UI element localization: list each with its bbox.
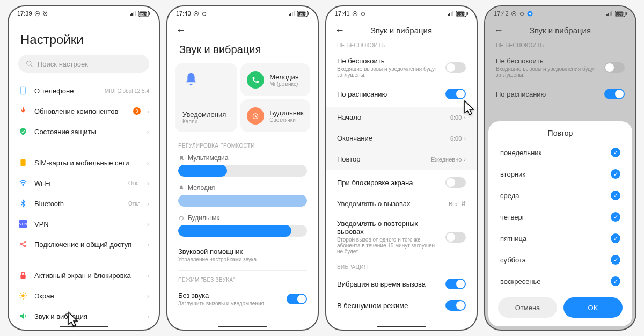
- svg-rect-27: [20, 275, 25, 279]
- chevron-right-icon: ›: [147, 272, 149, 280]
- toggle-dnd[interactable]: [445, 62, 466, 73]
- dnd-icon: [34, 11, 40, 17]
- row-sound[interactable]: Звук и вибрация ›: [9, 306, 159, 326]
- row-display[interactable]: Экран ›: [9, 286, 159, 306]
- row-repeated-calls[interactable]: Уведомлять о повторных вызовах Второй вы…: [326, 214, 477, 260]
- chevron-right-icon: ›: [147, 128, 149, 136]
- battery-icon: 85%: [138, 11, 150, 17]
- svg-line-5: [43, 11, 43, 12]
- toggle-schedule[interactable]: [445, 89, 466, 99]
- cancel-button[interactable]: Отмена: [498, 297, 557, 318]
- home-indicator[interactable]: [218, 326, 267, 327]
- back-button[interactable]: ←: [494, 25, 503, 36]
- svg-line-6: [46, 11, 47, 12]
- row-wifi[interactable]: Wi-Fi Откл ›: [9, 173, 159, 193]
- day-tuesday[interactable]: вторник✓: [488, 163, 632, 185]
- toggle-locked[interactable]: [445, 177, 466, 188]
- svg-point-22: [20, 244, 22, 245]
- svg-rect-69: [610, 12, 611, 16]
- svg-point-51: [180, 216, 184, 220]
- telegram-icon: [527, 11, 533, 17]
- svg-line-26: [21, 245, 24, 246]
- toggle-vib-silent[interactable]: [445, 300, 466, 311]
- row-start[interactable]: Начало 0:00›: [326, 107, 477, 128]
- day-thursday[interactable]: четверг✓: [488, 206, 632, 228]
- row-bluetooth[interactable]: Bluetooth Откл ›: [9, 193, 159, 214]
- sheet-title: Повтор: [488, 129, 632, 137]
- svg-rect-70: [611, 11, 612, 16]
- svg-rect-10: [135, 11, 136, 16]
- screen-dnd-settings: 17:41 85% ← Звук и вибрация НЕ БЕСПОКОИТ…: [325, 5, 478, 331]
- svg-rect-46: [308, 12, 309, 15]
- svg-line-35: [20, 297, 21, 298]
- sim-icon: [18, 158, 28, 167]
- day-sunday[interactable]: воскресенье✓: [488, 271, 632, 292]
- row-vib-call[interactable]: Вибрация во время вызова: [326, 273, 477, 295]
- back-button[interactable]: ←: [176, 25, 186, 36]
- check-icon: ✓: [611, 233, 620, 243]
- svg-rect-55: [448, 14, 449, 16]
- row-share[interactable]: Подключение и общий доступ ›: [9, 234, 159, 254]
- card-alarm[interactable]: Будильник Светлячки: [240, 99, 310, 132]
- page-title: Настройки: [9, 20, 159, 55]
- signal-icon: [130, 11, 136, 16]
- home-indicator[interactable]: [377, 326, 426, 327]
- check-icon: ✓: [611, 191, 620, 200]
- row-vib-silent[interactable]: В бесшумном режиме: [326, 295, 477, 316]
- row-lockscreen[interactable]: Активный экран и блокировка ›: [9, 265, 159, 286]
- svg-rect-56: [449, 13, 450, 16]
- status-time: 17:41: [335, 10, 350, 17]
- svg-rect-17: [21, 87, 25, 94]
- row-dnd[interactable]: Не беспокоить Входящие вызовы и уведомле…: [326, 52, 477, 83]
- row-repeat[interactable]: Повтор Ежедневно›: [326, 149, 477, 170]
- row-locked[interactable]: При блокировке экрана: [326, 172, 477, 193]
- brightness-icon: [18, 291, 28, 301]
- row-silent[interactable]: Без звука Заглушить вызовы и уведомления…: [167, 286, 318, 312]
- section-label: НЕ БЕСПОКОИТЬ: [326, 38, 477, 52]
- row-security[interactable]: Состояние защиты ›: [9, 121, 159, 142]
- screen-settings-root: 17:39 85% Настройки Поиск настроек О тел…: [8, 5, 160, 331]
- svg-point-19: [23, 184, 24, 185]
- row-about-phone[interactable]: О телефоне MIUI Global 12.5.4: [9, 81, 159, 101]
- chevron-right-icon: ›: [147, 159, 149, 167]
- card-notifications[interactable]: Уведомления Капли: [175, 63, 237, 132]
- screen-repeat-sheet: 17:42 85% ← Звук и вибрация НЕ БЕСПОКОИТ…: [484, 5, 636, 331]
- row-end[interactable]: Окончание 6:00›: [326, 128, 477, 149]
- phone-icon: [18, 86, 28, 96]
- row-sound-helper[interactable]: Звуковой помощник Управление настройками…: [167, 242, 318, 268]
- home-indicator[interactable]: [60, 326, 108, 327]
- slider-ringtone[interactable]: [178, 195, 307, 207]
- row-schedule[interactable]: По расписанию: [326, 83, 477, 105]
- slider-alarm[interactable]: [178, 225, 307, 237]
- svg-text:85%: 85%: [457, 12, 465, 16]
- day-saturday[interactable]: суббота✓: [488, 249, 632, 271]
- status-time: 17:42: [494, 10, 509, 17]
- search-input[interactable]: Поиск настроек: [18, 55, 149, 73]
- row-update[interactable]: Обновление компонентов 3 ›: [9, 101, 159, 121]
- day-monday[interactable]: понедельник✓: [488, 142, 632, 163]
- alarm-icon: [42, 11, 48, 17]
- slider-media[interactable]: [178, 165, 307, 177]
- row-calls[interactable]: Уведомлять о вызовах Все⇵: [326, 193, 477, 214]
- toggle-repeated[interactable]: [445, 232, 466, 243]
- toggle-silent[interactable]: [287, 294, 307, 304]
- battery-icon: 85%: [297, 11, 309, 17]
- back-button[interactable]: ←: [335, 25, 345, 36]
- row-vpn[interactable]: VPN VPN ›: [9, 214, 159, 234]
- svg-rect-41: [290, 13, 291, 16]
- battery-icon: 85%: [456, 11, 468, 17]
- svg-text:85%: 85%: [616, 12, 624, 16]
- svg-point-24: [25, 246, 26, 247]
- alarm-icon: [360, 11, 366, 17]
- search-icon: [26, 60, 33, 68]
- svg-point-28: [21, 294, 24, 297]
- row-sim[interactable]: SIM-карты и мобильные сети ›: [9, 152, 159, 173]
- day-wednesday[interactable]: среда✓: [488, 185, 632, 206]
- card-ringtone[interactable]: Мелодия Mi (ремикс): [240, 63, 310, 96]
- ok-button[interactable]: OK: [564, 297, 623, 318]
- toggle-vib-call[interactable]: [445, 279, 466, 289]
- day-friday[interactable]: пятница✓: [488, 228, 632, 249]
- chevron-right-icon: ›: [147, 179, 149, 187]
- page-title: Звук и вибрация: [503, 26, 617, 35]
- svg-line-33: [20, 293, 21, 294]
